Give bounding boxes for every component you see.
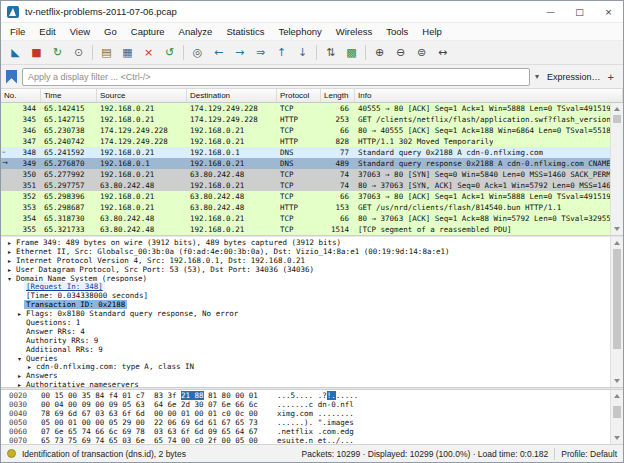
scroll-up-icon[interactable] — [614, 241, 620, 245]
go-to-packet-icon[interactable]: ⇒ — [250, 43, 271, 62]
detail-line[interactable]: Questions: 1 — [1, 318, 610, 327]
details-scrollbar[interactable] — [610, 237, 623, 387]
detail-line[interactable]: ▾Queries — [1, 354, 610, 363]
zoom-in-icon[interactable]: ⊕ — [369, 43, 390, 62]
expander-icon[interactable]: ▾ — [5, 274, 14, 283]
hex-row[interactable]: 003000 04 00 09 00 09 05 63 64 6e 2d 30 … — [1, 400, 610, 409]
go-last-icon[interactable]: ↓ — [292, 43, 313, 62]
expander-icon[interactable]: ▸ — [25, 362, 34, 371]
start-capture-icon[interactable]: ◣ — [5, 43, 26, 62]
menu-item-analyze[interactable]: Analyze — [172, 23, 220, 41]
packet-row[interactable]: 35265.298396192.168.0.2163.80.242.48TCP6… — [1, 191, 610, 202]
close-button[interactable]: × — [594, 1, 623, 22]
go-back-icon[interactable]: ← — [208, 43, 229, 62]
display-filter-input[interactable] — [22, 68, 530, 86]
packet-row[interactable]: 34465.142415192.168.0.21174.129.249.228T… — [1, 103, 610, 114]
restart-capture-icon[interactable]: ↻ — [47, 43, 68, 62]
minimize-button[interactable]: — — [536, 1, 565, 22]
filter-dropdown-icon[interactable]: ▾ — [530, 72, 544, 81]
expander-icon[interactable]: ▸ — [5, 238, 14, 247]
detail-line[interactable]: ▸Answers — [1, 371, 610, 380]
expander-icon[interactable]: ▸ — [5, 265, 14, 274]
detail-line[interactable]: ▸cdn-0.nflximg.com: type A, class IN — [1, 362, 610, 371]
stop-capture-icon[interactable]: ■ — [26, 43, 47, 62]
hex-row[interactable]: 002000 15 00 35 84 f4 01 c7 83 3f 21 88 … — [1, 391, 610, 400]
detail-line[interactable]: ▸User Datagram Protocol, Src Port: 53 (5… — [1, 265, 610, 274]
detail-line[interactable]: Answer RRs: 4 — [1, 327, 610, 336]
scrollbar-thumb[interactable] — [613, 406, 621, 418]
go-first-icon[interactable]: ↑ — [271, 43, 292, 62]
expander-icon[interactable]: ▸ — [15, 371, 24, 380]
expander-icon[interactable]: ▸ — [5, 247, 14, 256]
detail-line[interactable]: [Request In: 348] — [1, 282, 610, 291]
column-header-info[interactable]: Info — [355, 89, 623, 102]
hex-row[interactable]: 007065 73 75 69 74 65 03 6e 65 74 00 c0 … — [1, 436, 610, 444]
expression-button[interactable]: Expression… — [544, 72, 604, 82]
column-header-protocol[interactable]: Protocol — [277, 89, 321, 102]
packet-row[interactable]: 35365.298687192.168.0.2163.80.242.48HTTP… — [1, 202, 610, 213]
save-file-icon[interactable]: ▦ — [117, 43, 138, 62]
find-packet-icon[interactable]: ◎ — [187, 43, 208, 62]
detail-line[interactable]: Additional RRs: 9 — [1, 345, 610, 354]
title-bar[interactable]: tv-netflix-problems-2011-07-06.pcap — □ … — [1, 1, 623, 23]
detail-line[interactable]: Authority RRs: 9 — [1, 336, 610, 345]
detail-line[interactable]: ▸Flags: 0x8180 Standard query response, … — [1, 309, 610, 318]
scroll-down-icon[interactable] — [614, 227, 620, 231]
hex-row[interactable]: 004078 69 6d 67 03 63 6f 6d 00 00 01 00 … — [1, 409, 610, 418]
resize-columns-icon[interactable]: ↔ — [432, 43, 453, 62]
column-header-time[interactable]: Time — [41, 89, 97, 102]
column-header-no[interactable]: No. — [1, 89, 41, 102]
menu-item-go[interactable]: Go — [97, 23, 124, 41]
menu-item-help[interactable]: Help — [415, 23, 449, 41]
scrollbar-thumb[interactable] — [613, 249, 621, 349]
column-header-length[interactable]: Length — [321, 89, 355, 102]
status-profile[interactable]: Profile: Default — [561, 449, 617, 459]
packet-row[interactable]: 34765.240742174.129.249.228192.168.0.21H… — [1, 136, 610, 147]
bytes-scrollbar[interactable] — [610, 390, 623, 444]
packet-row[interactable]: 35565.32173363.80.242.48192.168.0.21TCP1… — [1, 224, 610, 235]
packet-row[interactable]: 348–65.241592192.168.0.21192.168.0.1DNS7… — [1, 147, 610, 158]
packet-row[interactable]: 35165.29775763.80.242.48192.168.0.21TCP7… — [1, 180, 610, 191]
scroll-down-icon[interactable] — [614, 436, 620, 440]
packet-row[interactable]: 34665.230738174.129.249.228192.168.0.21T… — [1, 125, 610, 136]
scrollbar-thumb[interactable] — [613, 115, 621, 123]
expert-info-icon[interactable] — [7, 449, 16, 458]
zoom-100-icon[interactable]: ⊜ — [411, 43, 432, 62]
menu-item-file[interactable]: File — [3, 23, 32, 41]
capture-options-icon[interactable]: ⊙ — [68, 43, 89, 62]
expander-icon[interactable]: ▸ — [5, 256, 14, 265]
go-forward-icon[interactable]: → — [229, 43, 250, 62]
scroll-up-icon[interactable] — [614, 107, 620, 111]
expander-icon[interactable]: ▾ — [15, 354, 24, 363]
menu-item-edit[interactable]: Edit — [32, 23, 62, 41]
detail-line[interactable]: ▾Domain Name System (response) — [1, 274, 610, 283]
filter-add-button[interactable]: + — [604, 71, 618, 83]
detail-line[interactable]: Transaction ID: 0x2188 — [1, 300, 610, 309]
scroll-up-icon[interactable] — [614, 394, 620, 398]
packet-row[interactable]: 34565.142715192.168.0.21174.129.249.228H… — [1, 114, 610, 125]
hex-row[interactable]: 006007 6e 65 74 66 6c 69 78 03 63 6f 6d … — [1, 427, 610, 436]
menu-item-wireless[interactable]: Wireless — [329, 23, 379, 41]
packet-row[interactable]: 35065.277992192.168.0.2163.80.242.48TCP7… — [1, 169, 610, 180]
packet-row[interactable]: 35465.31873063.80.242.48192.168.0.21TCP6… — [1, 213, 610, 224]
colorize-icon[interactable]: ▩ — [341, 43, 362, 62]
column-header-destination[interactable]: Destination — [187, 89, 277, 102]
detail-line[interactable]: ▸Frame 349: 489 bytes on wire (3912 bits… — [1, 238, 610, 247]
detail-line[interactable]: ▸Authoritative nameservers — [1, 380, 610, 387]
zoom-out-icon[interactable]: ⊖ — [390, 43, 411, 62]
hex-row[interactable]: 005005 00 01 00 00 05 29 00 22 06 69 6d … — [1, 418, 610, 427]
menu-item-telephony[interactable]: Telephony — [271, 23, 328, 41]
filter-bookmark-icon[interactable] — [6, 70, 17, 84]
column-header-source[interactable]: Source — [97, 89, 187, 102]
menu-item-statistics[interactable]: Statistics — [219, 23, 271, 41]
expander-icon[interactable]: ▸ — [15, 380, 24, 387]
auto-scroll-icon[interactable]: ⇅ — [320, 43, 341, 62]
detail-line[interactable]: ▸Ethernet II, Src: Globalsc_00:3b:0a (f0… — [1, 247, 610, 256]
detail-line[interactable]: ▸Internet Protocol Version 4, Src: 192.1… — [1, 256, 610, 265]
close-file-icon[interactable]: × — [138, 43, 159, 62]
maximize-button[interactable]: □ — [565, 1, 594, 22]
menu-item-capture[interactable]: Capture — [124, 23, 172, 41]
expander-icon[interactable]: ▸ — [15, 309, 24, 318]
menu-item-tools[interactable]: Tools — [379, 23, 415, 41]
packet-list-scrollbar[interactable] — [610, 103, 623, 235]
